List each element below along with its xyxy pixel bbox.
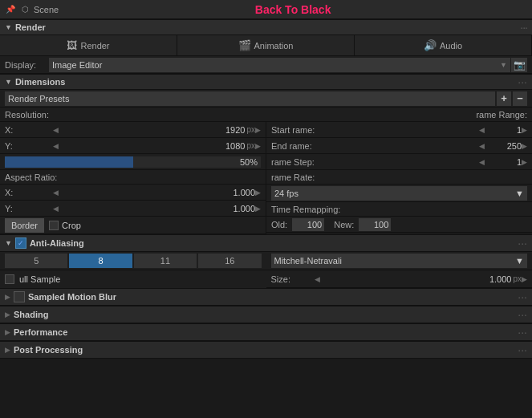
aspect-x-row: X: ◀ 1.000 ▶ [0, 185, 266, 201]
size-increment-icon[interactable]: ▶ [522, 275, 527, 283]
end-frame-increment-icon[interactable]: ▶ [522, 142, 527, 150]
dimensions-header[interactable]: ▼ Dimensions ··· [0, 74, 532, 90]
y-spinbox[interactable]: ◀ 1080 px ▶ [53, 141, 261, 151]
start-frame-increment-icon[interactable]: ▶ [522, 126, 527, 134]
crop-checkbox[interactable]: Crop [49, 221, 81, 230]
end-frame-decrement-icon[interactable]: ◀ [479, 142, 485, 150]
y-decrement-icon[interactable]: ◀ [53, 142, 59, 150]
size-value: 1.000 [320, 274, 512, 284]
tab-animation-label: Animation [254, 41, 294, 51]
y-increment-icon[interactable]: ▶ [255, 142, 261, 150]
border-button[interactable]: Border [5, 218, 44, 233]
render-presets-select[interactable]: Render Presets [5, 91, 495, 106]
frame-step-increment-icon[interactable]: ▶ [522, 158, 527, 166]
sampled-motion-blur-row[interactable]: ▶ Sampled Motion Blur ··· [0, 288, 532, 306]
aspect-y-value: 1.000 [59, 204, 255, 213]
aa-enabled-checkbox[interactable]: ✓ [15, 237, 26, 249]
start-frame-decrement-icon[interactable]: ◀ [479, 126, 485, 134]
x-unit: px [246, 125, 255, 134]
frame-range-label: rame Range: [476, 110, 527, 120]
full-sample-checkbox[interactable] [5, 274, 14, 284]
tab-animation[interactable]: 🎬 Animation [177, 35, 355, 55]
aa-filter-arrow-icon: ▼ [515, 256, 524, 266]
dimensions-dots[interactable]: ··· [518, 75, 527, 88]
remove-preset-button[interactable]: − [513, 91, 527, 106]
percent-bar[interactable]: 50% [5, 156, 261, 168]
size-decrement-icon[interactable]: ◀ [315, 275, 320, 283]
aa-controls-row: 5 8 11 16 Mitchell-Netravali ▼ [0, 252, 532, 270]
percent-row[interactable]: 50% [0, 154, 266, 170]
tab-render[interactable]: 🖼 Render [0, 35, 177, 55]
pin-icon[interactable]: 📌 [5, 4, 16, 15]
crop-label: Crop [62, 221, 81, 230]
sample-btn-11[interactable]: 11 [134, 254, 197, 268]
shading-dots[interactable]: ··· [518, 308, 527, 321]
render-presets-label: Render Presets [8, 94, 69, 103]
post-processing-triangle-icon: ▶ [5, 346, 10, 354]
end-frame-value: 250 [485, 141, 522, 151]
time-remap-label: Time Remapping: [271, 205, 340, 214]
audio-tab-icon: 🔊 [424, 39, 437, 51]
aspect-x-decrement-icon[interactable]: ◀ [53, 189, 59, 197]
x-increment-icon[interactable]: ▶ [255, 126, 261, 134]
crop-checkbox-box[interactable] [49, 221, 59, 230]
sample-btn-8[interactable]: 8 [69, 254, 132, 268]
anti-aliasing-header[interactable]: ▼ ✓ Anti-Aliasing ··· [0, 234, 532, 252]
aspect-y-decrement-icon[interactable]: ◀ [53, 205, 59, 213]
x-label: X: [5, 125, 53, 135]
frame-step-spinbox[interactable]: ◀ 1 ▶ [479, 157, 527, 167]
display-arrow-icon: ▼ [500, 61, 507, 69]
smb-checkbox[interactable] [14, 291, 25, 302]
aspect-x-spinbox[interactable]: ◀ 1.000 ▶ [53, 188, 261, 197]
frame-step-decrement-icon[interactable]: ◀ [479, 158, 485, 166]
aa-filter-select[interactable]: Mitchell-Netravali ▼ [271, 254, 528, 268]
aa-dots[interactable]: ··· [518, 237, 527, 250]
render-section-dots[interactable]: ··· [520, 21, 527, 34]
start-frame-spinbox[interactable]: ◀ 1 ▶ [479, 125, 527, 135]
size-spinbox[interactable]: ◀ 1.000 px ▶ [315, 274, 528, 284]
resolution-label-row: Resolution: rame Range: [0, 108, 532, 122]
display-select[interactable]: Image Editor ▼ [49, 58, 510, 72]
smb-label: Sampled Motion Blur [28, 292, 116, 302]
aspect-y-increment-icon[interactable]: ▶ [255, 205, 261, 213]
fps-select[interactable]: 24 fps ▼ [271, 186, 527, 201]
aspect-x-value: 1.000 [59, 188, 255, 197]
end-frame-row: End rame: ◀ 250 ▶ [266, 138, 532, 154]
add-preset-button[interactable]: + [497, 91, 511, 106]
tab-bar: 🖼 Render 🎬 Animation 🔊 Audio [0, 35, 532, 56]
fps-value: 24 fps [274, 189, 298, 198]
fps-arrow-icon: ▼ [515, 189, 524, 198]
percent-bar-fill [5, 156, 133, 168]
aspect-x-increment-icon[interactable]: ▶ [255, 189, 261, 197]
performance-triangle-icon: ▶ [5, 328, 10, 336]
old-label: Old: [271, 220, 287, 229]
smb-dots[interactable]: ··· [518, 290, 527, 303]
post-processing-label: Post Processing [14, 345, 83, 355]
size-label: Size: [271, 274, 311, 284]
performance-dots[interactable]: ··· [518, 326, 527, 339]
sample-btn-5[interactable]: 5 [5, 254, 67, 268]
x-decrement-icon[interactable]: ◀ [53, 126, 59, 134]
performance-row[interactable]: ▶ Performance ··· [0, 323, 532, 341]
resolution-x-row: X: ◀ 1920 px ▶ [0, 122, 266, 138]
aspect-x-label: X: [5, 188, 53, 197]
render-section-header[interactable]: ▼ Render ··· [0, 19, 532, 35]
shading-triangle-icon: ▶ [5, 310, 10, 319]
post-processing-dots[interactable]: ··· [518, 343, 527, 356]
new-field[interactable]: 100 [359, 218, 391, 231]
sample-btn-16[interactable]: 16 [198, 254, 261, 268]
aspect-y-row: Y: ◀ 1.000 ▶ [0, 201, 266, 217]
fps-row: 24 fps ▼ [266, 185, 532, 202]
new-value[interactable]: 100 [359, 218, 391, 231]
old-value[interactable]: 100 [292, 218, 324, 231]
display-icon-button[interactable]: 📷 [511, 58, 527, 72]
aspect-y-spinbox[interactable]: ◀ 1.000 ▶ [53, 204, 261, 213]
resolution-label: Resolution: [5, 110, 49, 120]
x-spinbox[interactable]: ◀ 1920 px ▶ [53, 125, 261, 135]
end-frame-spinbox[interactable]: ◀ 250 ▶ [479, 141, 527, 151]
post-processing-row[interactable]: ▶ Post Processing ··· [0, 341, 532, 359]
display-row: Display: Image Editor ▼ 📷 [0, 56, 532, 74]
old-field[interactable]: 100 [292, 218, 324, 231]
tab-audio[interactable]: 🔊 Audio [355, 35, 532, 55]
shading-row[interactable]: ▶ Shading ··· [0, 306, 532, 323]
